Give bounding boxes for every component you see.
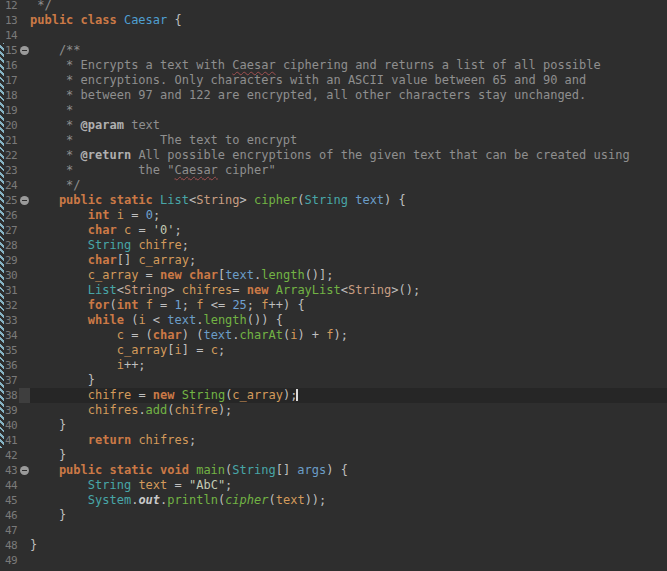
fold-column: [19, 373, 30, 388]
line-number: 21: [0, 133, 19, 148]
line-number: 40: [0, 418, 19, 433]
line-number: 13: [0, 13, 19, 28]
code-line[interactable]: 22 * @return All possible encryptions of…: [0, 148, 667, 163]
code-token: *: [30, 118, 81, 132]
code-line[interactable]: 31 List<String> chifres= new ArrayList<S…: [0, 283, 667, 298]
code-line[interactable]: 16 * Encrypts a text with Caesar cipheri…: [0, 58, 667, 73]
line-number: 37: [0, 373, 19, 388]
code-line[interactable]: 36 i++;: [0, 358, 667, 373]
code-line[interactable]: 39 chifres.add(chifre);: [0, 403, 667, 418]
code-line[interactable]: 44 String text = "AbC";: [0, 478, 667, 493]
line-number: 16: [0, 58, 19, 73]
code-token: =: [124, 208, 146, 222]
code-token: * the ": [30, 163, 175, 177]
code-line[interactable]: 34 c = (char) (text.charAt(i) + f);: [0, 328, 667, 343]
fold-column: [19, 148, 30, 163]
code-token: chifres: [30, 403, 138, 417]
line-number: 28: [0, 238, 19, 253]
code-line[interactable]: 48}: [0, 538, 667, 553]
code-line[interactable]: 12 */: [0, 0, 667, 13]
code-token: ) +: [297, 328, 326, 342]
code-line[interactable]: 45 System.out.println(cipher(text));: [0, 493, 667, 508]
fold-collapse-icon[interactable]: [20, 466, 29, 475]
code-token: @return: [81, 148, 132, 162]
code-line[interactable]: 18 * between 97 and 122 are encrypted, a…: [0, 88, 667, 103]
code-token: }: [30, 538, 37, 552]
code-line[interactable]: 37 }: [0, 373, 667, 388]
code-token: =: [153, 298, 175, 312]
code-token: ;: [153, 208, 160, 222]
code-line[interactable]: 42 }: [0, 448, 667, 463]
code-text: while (i < text.length()) {: [30, 313, 667, 328]
code-line[interactable]: 20 * @param text: [0, 118, 667, 133]
code-token: >: [240, 193, 254, 207]
code-line[interactable]: 43 public static void main(String[] args…: [0, 463, 667, 478]
code-text: c_array = new char[text.length()];: [30, 268, 667, 283]
code-token: chifres: [182, 283, 233, 297]
code-text: String chifre;: [30, 238, 667, 253]
code-token: char: [30, 253, 117, 267]
code-line[interactable]: 21 * The text to encrypt: [0, 133, 667, 148]
code-editor: 12 */13public class Caesar {1415 /**16 *…: [0, 0, 667, 571]
fold-column: [19, 358, 30, 373]
fold-column: [19, 553, 30, 568]
fold-column: [19, 0, 30, 13]
code-token: chifre: [138, 238, 181, 252]
code-line[interactable]: 40 }: [0, 418, 667, 433]
code-token: char: [30, 223, 117, 237]
code-token: System: [30, 493, 131, 507]
code-line[interactable]: 26 int i = 0;: [0, 208, 667, 223]
code-text: chifre = new String(c_array);: [30, 388, 667, 403]
code-token: text: [276, 493, 305, 507]
code-line[interactable]: 46 }: [0, 508, 667, 523]
code-line[interactable]: 41 return chifres;: [0, 433, 667, 448]
code-line[interactable]: 14: [0, 28, 667, 43]
code-token: c_array: [232, 388, 283, 402]
code-token: i: [175, 343, 182, 357]
code-token: ;: [247, 298, 261, 312]
fold-collapse-icon[interactable]: [20, 196, 29, 205]
code-line[interactable]: 13public class Caesar {: [0, 13, 667, 28]
code-line[interactable]: 38 chifre = new String(c_array);: [0, 388, 667, 403]
code-line[interactable]: 29 char[] c_array;: [0, 253, 667, 268]
fold-column: [19, 208, 30, 223]
code-token: length: [203, 313, 246, 327]
fold-column: [19, 268, 30, 283]
code-line[interactable]: 47: [0, 523, 667, 538]
code-token: >: [167, 283, 181, 297]
code-token: ++;: [124, 358, 146, 372]
line-number: 15: [0, 43, 19, 58]
code-token: chifres: [138, 433, 189, 447]
code-text: }: [30, 418, 667, 433]
code-line[interactable]: 32 for(int f = 1; f <= 25; f++) {: [0, 298, 667, 313]
line-number: 27: [0, 223, 19, 238]
code-token: 25: [232, 298, 246, 312]
code-line[interactable]: 25 public static List<String> cipher(Str…: [0, 193, 667, 208]
code-token: new: [247, 283, 269, 297]
code-token: */: [30, 0, 52, 12]
code-line[interactable]: 15 /**: [0, 43, 667, 58]
fold-column: [19, 328, 30, 343]
code-text: String text = "AbC";: [30, 478, 667, 493]
code-line[interactable]: 19 *: [0, 103, 667, 118]
code-token: ) (: [182, 328, 204, 342]
code-line[interactable]: 27 char c = '0';: [0, 223, 667, 238]
fold-column: [19, 223, 30, 238]
code-line[interactable]: 17 * encryptions. Only characters with a…: [0, 73, 667, 88]
code-line[interactable]: 24 */: [0, 178, 667, 193]
code-token: = (: [124, 328, 153, 342]
fold-column: [19, 178, 30, 193]
code-line[interactable]: 35 c_array[i] = c;: [0, 343, 667, 358]
fold-collapse-icon[interactable]: [20, 46, 29, 55]
code-line[interactable]: 49: [0, 553, 667, 568]
fold-column: [19, 43, 30, 58]
code-line[interactable]: 30 c_array = new char[text.length()];: [0, 268, 667, 283]
code-text: * @return All possible encryptions of th…: [30, 148, 667, 163]
code-line[interactable]: 33 while (i < text.length()) {: [0, 313, 667, 328]
code-text: * encryptions. Only characters with an A…: [30, 73, 667, 88]
code-line[interactable]: 28 String chifre;: [0, 238, 667, 253]
code-token: public static void: [30, 463, 196, 477]
line-number: 48: [0, 538, 19, 553]
code-line[interactable]: 23 * the "Caesar cipher": [0, 163, 667, 178]
code-token: int: [30, 208, 109, 222]
